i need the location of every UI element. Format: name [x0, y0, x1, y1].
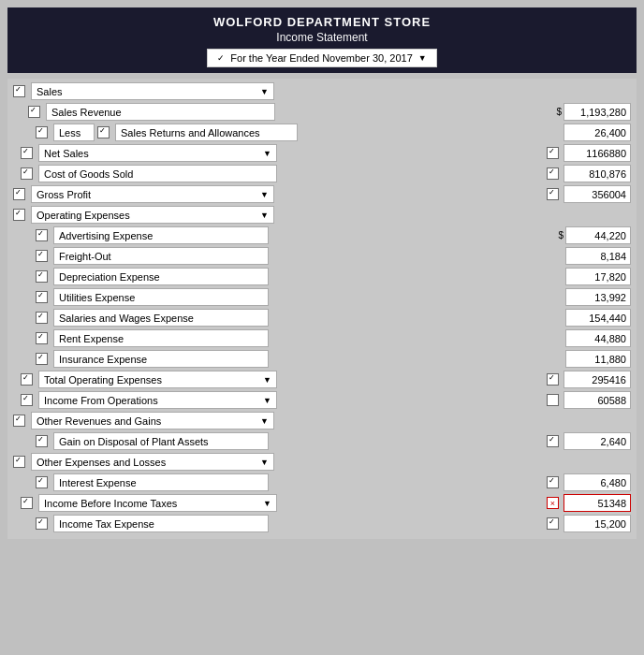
sales-row: Sales ▼: [13, 82, 631, 100]
cogs-row: Cost of Goods Sold 810,876: [13, 165, 631, 182]
interest-exp-label: Interest Expense: [53, 473, 269, 491]
rent-value: 44,880: [565, 329, 631, 347]
total-op-exp-right-checkbox[interactable]: [547, 373, 559, 386]
salaries-label: Salaries and Wages Expense: [53, 309, 269, 327]
gross-profit-right-checkbox[interactable]: [547, 188, 559, 200]
sales-revenue-dollar: $: [556, 107, 562, 117]
gross-profit-label[interactable]: Gross Profit ▼: [31, 185, 274, 203]
insurance-value: 11,880: [565, 350, 631, 368]
sales-revenue-label: Sales Revenue: [46, 103, 275, 121]
salaries-checkbox[interactable]: [36, 312, 48, 324]
operating-exp-checkbox[interactable]: [13, 209, 25, 221]
salaries-row: Salaries and Wages Expense 154,440: [13, 309, 631, 327]
other-rev-row: Other Revenues and Gains ▼: [13, 412, 631, 429]
salaries-value: 154,440: [565, 309, 631, 327]
insurance-row: Insurance Expense 11,880: [13, 350, 631, 368]
less-label: Less: [53, 124, 95, 141]
total-op-exp-row: Total Operating Expenses ▼ 295416: [13, 371, 631, 388]
other-exp-label[interactable]: Other Expenses and Losses ▼: [31, 453, 274, 471]
cogs-value: 810,876: [564, 165, 631, 182]
period-label: For the Year Ended November 30, 2017: [230, 52, 412, 64]
interest-exp-value: 6,480: [564, 473, 631, 491]
freight-checkbox[interactable]: [36, 250, 48, 262]
sales-revenue-row: Sales Revenue $ 1,193,280: [13, 103, 631, 121]
cogs-right-checkbox[interactable]: [547, 167, 559, 180]
total-op-exp-checkbox[interactable]: [21, 373, 33, 386]
advertising-value: 44,220: [565, 226, 631, 244]
utilities-value: 13,992: [565, 288, 631, 306]
other-rev-label[interactable]: Other Revenues and Gains ▼: [31, 412, 274, 429]
rent-label: Rent Expense: [53, 329, 269, 347]
report-header: WOLFORD DEPARTMENT STORE Income Statemen…: [7, 7, 637, 73]
income-tax-value: 15,200: [564, 515, 631, 532]
gain-disposal-row: Gain on Disposal of Plant Assets 2,640: [13, 432, 631, 450]
depreciation-label: Depreciation Expense: [53, 268, 269, 285]
insurance-label: Insurance Expense: [53, 350, 269, 368]
depreciation-value: 17,820: [565, 268, 631, 285]
net-sales-value: 1166880: [564, 144, 631, 162]
gross-profit-checkbox[interactable]: [13, 188, 25, 200]
cogs-checkbox[interactable]: [21, 167, 33, 180]
freight-value: 8,184: [565, 247, 631, 265]
freight-row: Freight-Out 8,184: [13, 247, 631, 265]
income-ops-label[interactable]: Income From Operations ▼: [38, 391, 277, 409]
company-name: WOLFORD DEPARTMENT STORE: [11, 15, 633, 29]
income-before-tax-value: 51348: [564, 494, 631, 512]
insurance-checkbox[interactable]: [36, 353, 48, 365]
income-before-tax-label[interactable]: Income Before Income Taxes ▼: [38, 494, 277, 512]
other-exp-checkbox[interactable]: [13, 456, 25, 468]
less-checkbox[interactable]: [36, 126, 48, 138]
report-title: Income Statement: [11, 31, 633, 44]
sales-returns-value: 26,400: [564, 124, 631, 141]
gross-profit-row: Gross Profit ▼ 356004: [13, 185, 631, 203]
less-row: Less Sales Returns and Allowances 26,400: [13, 124, 631, 141]
less-inner-checkbox[interactable]: [97, 126, 110, 138]
interest-exp-checkbox[interactable]: [36, 476, 48, 488]
period-arrow-icon: ▼: [418, 53, 427, 63]
income-ops-value: 60588: [564, 391, 631, 409]
gain-disposal-label: Gain on Disposal of Plant Assets: [53, 432, 269, 450]
sales-revenue-value: 1,193,280: [564, 103, 631, 121]
income-ops-row: Income From Operations ▼ 60588: [13, 391, 631, 409]
depreciation-checkbox[interactable]: [36, 270, 48, 283]
total-op-exp-label[interactable]: Total Operating Expenses ▼: [38, 371, 277, 388]
income-tax-label: Income Tax Expense: [53, 515, 269, 532]
income-tax-row: Income Tax Expense 15,200: [13, 515, 631, 532]
utilities-row: Utilities Expense 13,992: [13, 288, 631, 306]
advertising-dollar: $: [558, 230, 564, 240]
income-tax-right-checkbox[interactable]: [547, 517, 559, 530]
gain-disposal-value: 2,640: [564, 432, 631, 450]
income-ops-right-checkbox[interactable]: [547, 394, 559, 406]
net-sales-label[interactable]: Net Sales ▼: [38, 144, 277, 162]
gain-disposal-right-checkbox[interactable]: [547, 435, 559, 447]
operating-exp-row: Operating Expenses ▼: [13, 206, 631, 224]
income-before-tax-x-checkbox[interactable]: ×: [547, 497, 559, 509]
interest-exp-right-checkbox[interactable]: [547, 476, 559, 488]
sales-returns-label: Sales Returns and Allowances: [115, 124, 298, 141]
cogs-label: Cost of Goods Sold: [38, 165, 277, 182]
rent-checkbox[interactable]: [36, 332, 48, 344]
net-sales-right-checkbox[interactable]: [547, 147, 559, 159]
gross-profit-value: 356004: [564, 185, 631, 203]
total-op-exp-value: 295416: [564, 371, 631, 388]
sales-revenue-checkbox[interactable]: [28, 106, 40, 118]
income-before-tax-checkbox[interactable]: [21, 497, 33, 509]
net-sales-checkbox[interactable]: [21, 147, 33, 159]
depreciation-row: Depreciation Expense 17,820: [13, 268, 631, 285]
advertising-row: Advertising Expense $ 44,220: [13, 226, 631, 244]
income-ops-checkbox[interactable]: [21, 394, 33, 406]
interest-exp-row: Interest Expense 6,480: [13, 473, 631, 491]
income-tax-checkbox[interactable]: [36, 517, 48, 530]
other-exp-row: Other Expenses and Losses ▼: [13, 453, 631, 471]
sales-checkbox[interactable]: [13, 85, 25, 97]
advertising-label: Advertising Expense: [53, 226, 269, 244]
advertising-checkbox[interactable]: [36, 229, 48, 241]
gain-disposal-checkbox[interactable]: [36, 435, 48, 447]
utilities-label: Utilities Expense: [53, 288, 269, 306]
other-rev-checkbox[interactable]: [13, 415, 25, 427]
period-selector[interactable]: ✓ For the Year Ended November 30, 2017 ▼: [207, 49, 436, 67]
sales-label[interactable]: Sales ▼: [31, 82, 274, 100]
utilities-checkbox[interactable]: [36, 291, 48, 303]
rent-row: Rent Expense 44,880: [13, 329, 631, 347]
operating-exp-label[interactable]: Operating Expenses ▼: [31, 206, 274, 224]
